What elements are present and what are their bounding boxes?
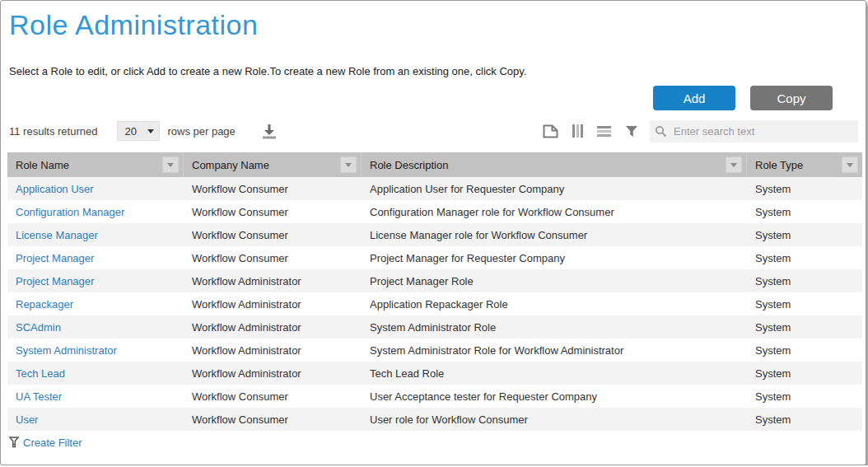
copy-button[interactable]: Copy [750,86,833,110]
company-name-cell: Workflow Consumer [184,390,362,403]
role-name-cell: Project Manager [7,275,184,287]
role-type-cell: System [747,413,862,426]
role-name-cell: Configuration Manager [7,206,184,218]
role-type-cell: System [747,367,862,380]
company-name-cell: Workflow Administrator [184,367,362,380]
role-name-cell: SCAdmin [7,321,184,334]
table-row[interactable]: License ManagerWorkflow ConsumerLicense … [7,223,862,246]
company-name-cell: Workflow Consumer [184,413,362,426]
role-name-cell: Repackager [7,298,184,311]
toolbar-right [529,120,858,142]
column-header-label: Role Type [755,159,803,171]
role-description-cell: User role for Workflow Consumer [362,413,747,426]
role-type-cell: System [747,390,862,403]
table-row[interactable]: Configuration ManagerWorkflow ConsumerCo… [7,200,862,223]
role-type-cell: System [747,183,862,195]
role-description-cell: License Manager role for Workflow Consum… [362,229,747,241]
download-icon[interactable] [259,122,280,141]
role-name-cell: System Administrator [7,344,184,357]
role-description-cell: Application User for Requester Company [362,183,747,195]
table-row[interactable]: UserWorkflow ConsumerUser role for Workf… [7,408,862,431]
column-filter-dropdown-button[interactable] [162,156,179,173]
grid-header-row: Role NameCompany NameRole DescriptionRol… [7,152,862,177]
results-count-text: 11 results returned [9,125,97,138]
search-box [650,120,858,142]
table-row[interactable]: UA TesterWorkflow ConsumerUser Acceptanc… [7,385,862,408]
role-name-cell: UA Tester [7,390,184,403]
page-subtitle: Select a Role to edit, or click Add to c… [9,65,526,77]
role-name-cell: Tech Lead [7,367,184,380]
role-name-link[interactable]: Tech Lead [16,367,65,380]
grid-body: Application UserWorkflow ConsumerApplica… [7,177,862,431]
column-filter-dropdown-button[interactable] [726,156,742,173]
company-name-cell: Workflow Consumer [184,229,362,241]
page-title: Role Administration [9,9,258,41]
column-header-label: Role Name [16,159,69,171]
role-description-cell: System Administrator Role for Workflow A… [362,344,747,357]
role-name-cell: License Manager [7,229,184,241]
company-name-cell: Workflow Consumer [184,252,362,264]
role-description-cell: Tech Lead Role [362,367,747,380]
column-chooser-icon[interactable] [572,124,583,138]
chevron-down-icon [730,163,737,167]
role-name-link[interactable]: License Manager [16,229,98,241]
role-name-link[interactable]: Repackager [16,298,73,311]
table-row[interactable]: Application UserWorkflow ConsumerApplica… [7,177,862,200]
role-description-cell: Project Manager Role [362,275,747,287]
role-name-link[interactable]: User [16,413,38,426]
column-filter-dropdown-button[interactable] [340,156,357,173]
chevron-down-icon [847,163,853,167]
column-header-label: Company Name [192,159,269,171]
roles-grid: Role NameCompany NameRole DescriptionRol… [7,152,862,454]
table-row[interactable]: RepackagerWorkflow AdministratorApplicat… [7,292,862,315]
role-type-cell: System [747,275,862,287]
role-name-cell: Application User [7,183,184,195]
search-input[interactable] [672,124,853,138]
grid-toolbar: 11 results returned 20 rows per page [9,118,858,144]
filter-icon[interactable] [625,125,638,138]
column-header-role-type[interactable]: Role Type [747,152,862,177]
role-type-cell: System [747,229,862,241]
role-name-link[interactable]: Project Manager [16,252,94,264]
table-row[interactable]: Project ManagerWorkflow ConsumerProject … [7,246,862,269]
role-type-cell: System [747,321,862,334]
company-name-cell: Workflow Consumer [184,183,362,195]
role-type-cell: System [747,344,862,357]
role-description-cell: Application Repackager Role [362,298,747,311]
role-description-cell: Configuration Manager role for Workflow … [362,206,747,218]
column-header-label: Role Description [370,159,448,171]
role-name-link[interactable]: UA Tester [16,390,62,403]
table-row[interactable]: Tech LeadWorkflow AdministratorTech Lead… [7,362,862,385]
role-name-link[interactable]: SCAdmin [16,321,61,334]
rows-per-page-select[interactable]: 20 [117,121,160,141]
table-row[interactable]: Project ManagerWorkflow AdministratorPro… [7,269,862,292]
company-name-cell: Workflow Administrator [184,344,362,357]
toolbar-left: 11 results returned 20 rows per page [9,121,280,141]
table-row[interactable]: System AdministratorWorkflow Administrat… [7,339,862,362]
group-rows-icon[interactable] [597,126,611,137]
create-filter-funnel-icon [9,437,19,448]
role-name-link[interactable]: Project Manager [16,275,94,287]
create-filter-button[interactable]: Create Filter [7,437,82,449]
company-name-cell: Workflow Administrator [184,298,362,311]
role-name-link[interactable]: System Administrator [16,344,117,357]
column-header-company-name[interactable]: Company Name [184,152,362,177]
table-row[interactable]: SCAdminWorkflow AdministratorSystem Admi… [7,315,862,339]
role-name-link[interactable]: Configuration Manager [16,206,124,218]
add-button[interactable]: Add [653,86,735,110]
company-name-cell: Workflow Administrator [184,275,362,287]
rows-per-page-select-wrap: 20 [117,121,160,141]
role-description-cell: User Acceptance tester for Requester Com… [362,390,747,403]
role-type-cell: System [747,206,862,218]
chevron-down-icon [345,163,352,167]
search-icon [655,125,667,138]
export-document-icon[interactable] [543,124,558,138]
company-name-cell: Workflow Consumer [184,206,362,218]
column-filter-dropdown-button[interactable] [842,156,858,173]
role-type-cell: System [747,252,862,264]
role-name-link[interactable]: Application User [16,183,94,195]
role-name-cell: Project Manager [7,252,184,264]
role-description-cell: Project Manager for Requester Company [362,252,747,264]
column-header-role-description[interactable]: Role Description [362,152,747,177]
column-header-role-name[interactable]: Role Name [7,152,184,177]
